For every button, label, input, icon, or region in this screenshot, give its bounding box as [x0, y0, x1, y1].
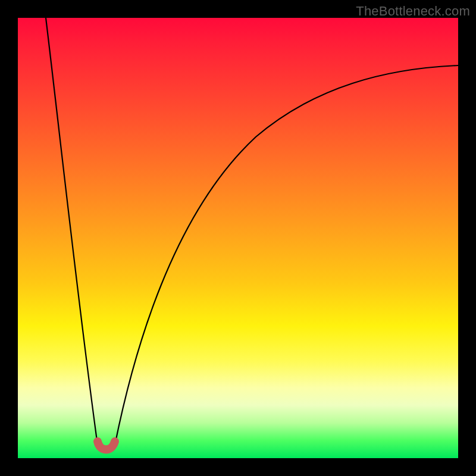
chart-frame: TheBottleneck.com — [0, 0, 476, 476]
watermark-text: TheBottleneck.com — [356, 4, 470, 19]
chart-curves — [18, 18, 458, 458]
left-branch-curve — [46, 18, 98, 445]
right-branch-curve — [115, 65, 458, 445]
valley-marker — [98, 441, 115, 450]
